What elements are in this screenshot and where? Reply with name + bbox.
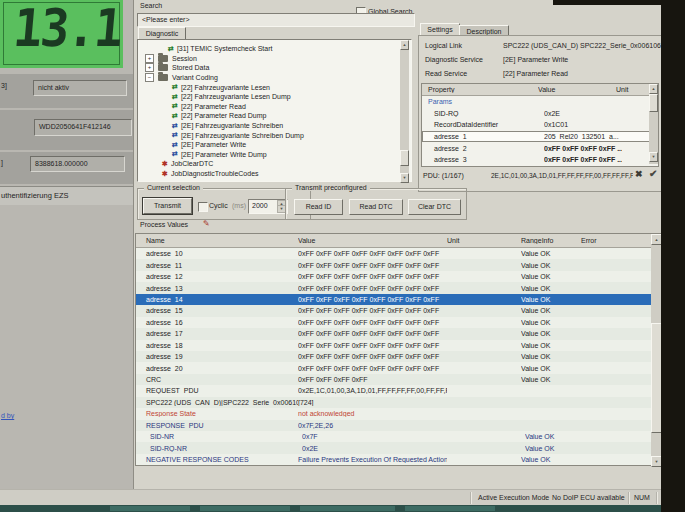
table-row[interactable]: adresse_15 0xFF 0xFF 0xFF 0xFF 0xFF 0xFF…: [136, 305, 662, 316]
expand-plus-icon[interactable]: +: [145, 63, 154, 72]
table-row[interactable]: adresse_13 0xFF 0xFF 0xFF 0xFF 0xFF 0xFF…: [136, 282, 662, 293]
cell-value: 0xFF 0xFF 0xFF 0xFF 0xFF 0xFF 0xFF 0xFF: [298, 353, 447, 360]
cell-value: 0xFF 0xFF 0xFF 0xFF 0xFF 0xFF 0xFF 0xFF: [298, 319, 447, 326]
partial-link[interactable]: d by: [1, 412, 14, 419]
tree-item-service[interactable]: ⇄ [2E] Fahrzeugvariante Schreiben Dump: [138, 130, 411, 140]
parameter-grid: Property Value Unit Params SID-RQ 0x2E R…: [421, 83, 659, 167]
tree-item-service[interactable]: ⇄ [22] Parameter Read: [138, 102, 411, 112]
grid-row[interactable]: RecordDataIdentifier 0x1C01: [422, 119, 658, 131]
cell-rangeinfo: Value OK: [521, 330, 581, 337]
table-row[interactable]: adresse_16 0xFF 0xFF 0xFF 0xFF 0xFF 0xFF…: [136, 317, 662, 328]
grid-cell-value: 205_Rel20_132501_a...: [544, 133, 622, 140]
table-row-selected[interactable]: adresse_14 0xFF 0xFF 0xFF 0xFF 0xFF 0xFF…: [136, 294, 662, 305]
taskbar-button[interactable]: [300, 506, 395, 511]
cell-rangeinfo: Value OK: [525, 445, 585, 452]
tree-item-label: [22] Parameter Read: [181, 103, 246, 110]
tree-item-service[interactable]: ⇄ [2E] Parameter Write: [138, 140, 411, 150]
cell-name: RESPONSE_PDU: [136, 422, 298, 429]
transmit-button[interactable]: Transmit: [143, 198, 192, 214]
grid-row[interactable]: adresse_2 0xFF 0xFF 0xFF 0xFF ...: [422, 142, 658, 154]
cell-name: REQUEST_PDU: [136, 387, 298, 394]
table-row[interactable]: adresse_10 0xFF 0xFF 0xFF 0xFF 0xFF 0xFF…: [136, 248, 662, 259]
tree-item-label: Session: [172, 55, 197, 62]
expand-plus-icon[interactable]: +: [145, 54, 154, 63]
ms-label: (ms): [232, 202, 246, 209]
read-dtc-button[interactable]: Read DTC: [349, 199, 403, 215]
taskbar-button[interactable]: [110, 506, 190, 511]
table-row-negative-response[interactable]: NEGATIVE RESPONSE CODES Failure Prevents…: [136, 454, 662, 465]
table-row-sid-rq-nr[interactable]: SID-RQ-NR 0x2E Value OK: [136, 442, 662, 453]
header-name[interactable]: Name: [136, 237, 298, 244]
tree-item-temic-systemcheck[interactable]: ⇄ [31] TEMIC Systemcheck Start: [138, 44, 411, 54]
grid-cell-value: 0xFF 0xFF 0xFF 0xFF ...: [544, 145, 622, 152]
folder-icon: [158, 64, 168, 71]
table-row[interactable]: adresse_19 0xFF 0xFF 0xFF 0xFF 0xFF 0xFF…: [136, 351, 662, 362]
table-row-response-pdu[interactable]: RESPONSE_PDU 0x7F,2E,26: [136, 420, 662, 431]
tree-item-job-clear-dtc[interactable]: ✱ JobClearDTC: [138, 159, 411, 169]
scrollbar-thumb[interactable]: [400, 150, 409, 166]
table-row[interactable]: adresse_17 0xFF 0xFF 0xFF 0xFF 0xFF 0xFF…: [136, 328, 662, 339]
tree-item-job-diagnostic[interactable]: ✱ JobDiagnosticTroubleCodes: [138, 169, 411, 179]
scrollbar-thumb[interactable]: [649, 94, 658, 112]
header-unit[interactable]: Unit: [447, 237, 521, 244]
table-body: adresse_10 0xFF 0xFF 0xFF 0xFF 0xFF 0xFF…: [136, 248, 662, 465]
table-row-sid-nr[interactable]: SID-NR 0x7F Value OK: [136, 431, 662, 442]
table-row[interactable]: CRC 0xFF 0xFF 0xFF 0xFF Value OK: [136, 374, 662, 385]
diagnostic-service-label: Diagnostic Service: [425, 56, 483, 63]
expand-minus-icon[interactable]: −: [145, 73, 154, 82]
tree-scrollbar[interactable]: ▲ ▼: [400, 40, 409, 179]
grid-row[interactable]: adresse_3 0xFF 0xFF 0xFF 0xFF ...: [422, 154, 658, 165]
table-row[interactable]: REQUEST_PDU 0x2E,1C,01,00,3A,1D,01,FF,FF…: [136, 385, 662, 396]
cell-name: SID-NR: [136, 433, 302, 440]
header-value[interactable]: Value: [298, 237, 447, 244]
header-error[interactable]: Error: [581, 237, 662, 244]
grid-row[interactable]: SID-RQ 0x2E: [422, 108, 658, 120]
table-row[interactable]: adresse_20 0xFF 0xFF 0xFF 0xFF 0xFF 0xFF…: [136, 362, 662, 373]
tree-item-stored-data[interactable]: + Stored Data: [138, 63, 411, 73]
tree-item-variant-coding[interactable]: − Variant Coding: [138, 73, 411, 83]
edit-icon[interactable]: ✎: [203, 219, 210, 228]
tree-item-service[interactable]: ⇄ [22] Fahrzeugvariante Lesen Dump: [138, 92, 411, 102]
grid-row-selected[interactable]: adresse_1 205_Rel20_132501_a...: [422, 131, 658, 143]
taskbar-button[interactable]: [405, 506, 495, 511]
pdu-valid-icon[interactable]: ✔: [649, 168, 657, 179]
pdu-value: 2E,1C,01,00,3A,1D,01,FF,FF,FF,FF,00,FF,F…: [491, 172, 633, 179]
table-row-response-state[interactable]: Response State not acknowledged: [136, 408, 662, 419]
clear-dtc-button[interactable]: Clear DTC: [408, 199, 461, 215]
cell-name: adresse_14: [136, 296, 298, 303]
tree-item-service[interactable]: ⇄ [2E] Fahrzeugvariante Schreiben: [138, 121, 411, 131]
taskbar-button[interactable]: [200, 506, 290, 511]
search-input[interactable]: <Please enter>: [137, 13, 415, 27]
cell-name: adresse_17: [136, 330, 298, 337]
grid-group-row[interactable]: Params: [422, 96, 658, 108]
vin-field: WDD2050641F412146: [34, 119, 132, 136]
screenshot-root: 13.1 3] nicht aktiv WDD2050641F412146 ] …: [0, 0, 685, 512]
process-values-label: Process Values: [140, 221, 188, 228]
tree-item-service[interactable]: ⇄ [22] Fahrzeugvariante Lesen: [138, 82, 411, 92]
cell-rangeinfo: Value OK: [521, 365, 581, 372]
cyclic-interval-input[interactable]: 2000 ▲ ▼: [248, 199, 288, 214]
cell-value: 0xFF 0xFF 0xFF 0xFF: [298, 376, 447, 383]
pdu-invalid-icon[interactable]: ✖: [635, 169, 643, 179]
tree-item-service[interactable]: ⇄ [2E] Parameter Write Dump: [138, 150, 411, 160]
cell-value: 0xFF 0xFF 0xFF 0xFF 0xFF 0xFF 0xFF 0xFF: [298, 307, 447, 314]
scroll-up-icon[interactable]: ▲: [400, 40, 409, 50]
table-row[interactable]: adresse_11 0xFF 0xFF 0xFF 0xFF 0xFF 0xFF…: [136, 259, 662, 270]
grid-scrollbar[interactable]: ▲ ▼: [649, 84, 658, 164]
scroll-down-icon[interactable]: ▼: [400, 173, 409, 183]
table-row[interactable]: SPC222 (UDS_CAN_D)|SPC222_Serie_0x006106…: [136, 397, 662, 408]
scroll-down-icon[interactable]: ▼: [649, 152, 658, 162]
tree-item-service[interactable]: ⇄ [22] Parameter Read Dump: [138, 111, 411, 121]
table-row[interactable]: adresse_18 0xFF 0xFF 0xFF 0xFF 0xFF 0xFF…: [136, 340, 662, 351]
cell-rangeinfo: Value OK: [521, 342, 581, 349]
scroll-up-icon[interactable]: ▲: [649, 84, 658, 94]
grid-cell-property: SID-RQ: [422, 110, 544, 117]
cell-value: 0xFF 0xFF 0xFF 0xFF 0xFF 0xFF 0xFF 0xFF: [298, 285, 447, 292]
tree-item-session[interactable]: + Session: [138, 54, 411, 64]
tree-item-label: [22] Fahrzeugvariante Lesen: [181, 84, 270, 91]
cyclic-checkbox[interactable]: [198, 202, 208, 212]
table-row[interactable]: adresse_12 0xFF 0xFF 0xFF 0xFF 0xFF 0xFF…: [136, 271, 662, 282]
cell-value: 0xFF 0xFF 0xFF 0xFF 0xFF 0xFF 0xFF 0xFF: [298, 250, 447, 257]
read-id-button[interactable]: Read ID: [294, 199, 343, 215]
header-rangeinfo[interactable]: RangeInfo: [521, 237, 581, 244]
